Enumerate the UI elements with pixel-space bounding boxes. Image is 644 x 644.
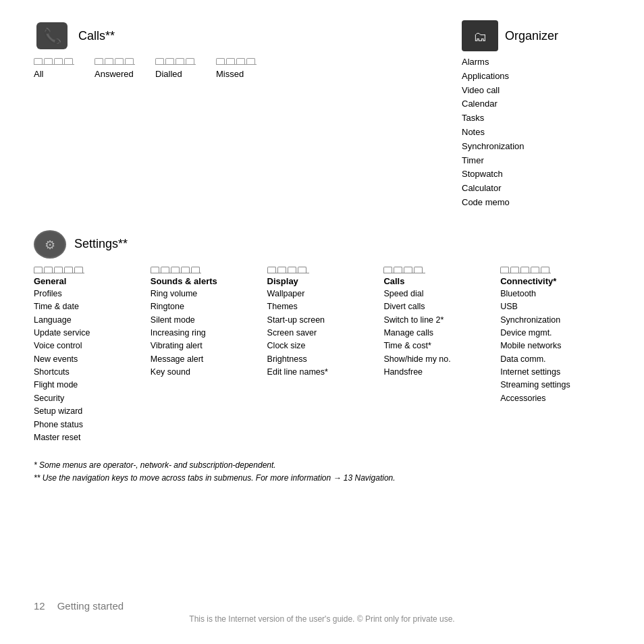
sounds-item-ringtone[interactable]: Ringtone — [151, 300, 261, 313]
page-number-line: 12 Getting started — [34, 600, 610, 612]
display-item-startupscreen[interactable]: Start-up screen — [267, 314, 377, 327]
tab-icon-dialled — [155, 58, 196, 65]
svg-text:📞: 📞 — [43, 27, 62, 45]
tab-icon-calls — [383, 267, 493, 273]
general-header: General — [34, 276, 144, 286]
calls-col-header: Calls — [383, 276, 493, 286]
calls-tab-all[interactable]: All — [34, 58, 74, 79]
display-item-wallpaper[interactable]: Wallpaper — [267, 288, 377, 300]
org-item-stopwatch[interactable]: Stopwatch — [462, 167, 610, 182]
calls-item-divertcalls[interactable]: Divert calls — [383, 300, 493, 313]
general-item-language[interactable]: Language — [34, 314, 144, 327]
conn-item-streamingsettings[interactable]: Streaming settings — [500, 379, 610, 392]
display-item-brightness[interactable]: Brightness — [267, 353, 377, 366]
page-number: 12 — [34, 600, 45, 612]
org-item-timer[interactable]: Timer — [462, 154, 610, 168]
tab-icon-missed — [216, 58, 257, 65]
organizer-title: Organizer — [505, 29, 558, 43]
calls-header: 📞 Calls** — [34, 20, 462, 51]
footnote-line2: ** Use the navigation keys to move acros… — [34, 472, 610, 485]
sounds-item-increasingring[interactable]: Increasing ring — [151, 327, 261, 340]
calls-item-managecalls[interactable]: Manage calls — [383, 327, 493, 340]
tab-icon-answered — [95, 58, 135, 65]
conn-item-datacomm[interactable]: Data comm. — [500, 353, 610, 366]
org-item-applications[interactable]: Applications — [462, 70, 610, 84]
display-item-screensaver[interactable]: Screen saver — [267, 327, 377, 340]
sounds-item-messagealert[interactable]: Message alert — [151, 353, 261, 366]
org-item-calculator[interactable]: Calculator — [462, 182, 610, 196]
org-item-videocall[interactable]: Video call — [462, 84, 610, 98]
general-item-flightmode[interactable]: Flight mode — [34, 379, 144, 392]
sounds-item-keysound[interactable]: Key sound — [151, 366, 261, 379]
conn-item-internetsettings[interactable]: Internet settings — [500, 366, 610, 379]
connectivity-header: Connectivity* — [500, 276, 610, 286]
general-item-timedate[interactable]: Time & date — [34, 300, 144, 313]
settings-icon-svg: ⚙ — [34, 231, 65, 258]
svg-text:⚙: ⚙ — [45, 238, 55, 252]
sounds-item-ringvolume[interactable]: Ring volume — [151, 288, 261, 300]
general-item-newevents[interactable]: New events — [34, 353, 144, 366]
settings-col-connectivity: Connectivity* Bluetooth USB Synchronizat… — [500, 267, 610, 445]
calls-tab-missed[interactable]: Missed — [216, 58, 257, 79]
tab-icon-connectivity — [500, 267, 610, 273]
settings-icon: ⚙ — [34, 230, 66, 259]
general-item-masterreset[interactable]: Master reset — [34, 431, 144, 444]
settings-col-general: General Profiles Time & date Language Up… — [34, 267, 151, 445]
organizer-header: 🗂 Organizer — [462, 20, 610, 51]
calls-icon: 📞 — [34, 20, 70, 51]
calls-tab-answered[interactable]: Answered — [95, 58, 135, 79]
calls-item-speeddial[interactable]: Speed dial — [383, 288, 493, 300]
calls-item-timecost[interactable]: Time & cost* — [383, 340, 493, 352]
settings-col-display: Display Wallpaper Themes Start-up screen… — [267, 267, 384, 445]
display-item-clocksize[interactable]: Clock size — [267, 340, 377, 352]
svg-text:🗂: 🗂 — [473, 29, 487, 44]
calls-tab-missed-label: Missed — [216, 69, 244, 79]
organizer-icon-svg: 🗂 — [463, 21, 497, 51]
calls-item-switchtoline2[interactable]: Switch to line 2* — [383, 314, 493, 327]
calls-item-showhide[interactable]: Show/hide my no. — [383, 353, 493, 366]
conn-item-devicemgmt[interactable]: Device mgmt. — [500, 327, 610, 340]
org-item-alarms[interactable]: Alarms — [462, 55, 610, 70]
org-item-notes[interactable]: Notes — [462, 126, 610, 140]
org-item-codememo[interactable]: Code memo — [462, 196, 610, 210]
settings-title: Settings** — [74, 237, 128, 251]
settings-section: ⚙ Settings** General Profiles Time & dat… — [34, 230, 610, 445]
page-section: Getting started — [57, 600, 124, 612]
general-item-shortcuts[interactable]: Shortcuts — [34, 366, 144, 379]
conn-item-accessories[interactable]: Accessories — [500, 392, 610, 405]
organizer-area: 🗂 Organizer Alarms Applications Video ca… — [462, 20, 610, 210]
tab-icon-sounds — [151, 267, 261, 273]
sounds-item-vibratingalert[interactable]: Vibrating alert — [151, 340, 261, 352]
tab-icon-all — [34, 58, 74, 65]
calls-tab-dialled[interactable]: Dialled — [155, 58, 196, 79]
conn-item-mobilenetworks[interactable]: Mobile networks — [500, 340, 610, 352]
org-item-tasks[interactable]: Tasks — [462, 111, 610, 126]
general-item-security[interactable]: Security — [34, 392, 144, 405]
settings-col-sounds: Sounds & alerts Ring volume Ringtone Sil… — [151, 267, 267, 445]
org-item-synchronization[interactable]: Synchronization — [462, 140, 610, 154]
org-item-calendar[interactable]: Calendar — [462, 97, 610, 111]
display-item-themes[interactable]: Themes — [267, 300, 377, 313]
calls-title: Calls** — [78, 29, 115, 43]
display-header: Display — [267, 276, 377, 286]
general-item-phonestatus[interactable]: Phone status — [34, 419, 144, 431]
calls-tabs: All Answered — [34, 58, 462, 79]
conn-item-usb[interactable]: USB — [500, 300, 610, 313]
footnotes: * Some menus are operator-, network- and… — [34, 459, 610, 485]
conn-item-bluetooth[interactable]: Bluetooth — [500, 288, 610, 300]
conn-item-synchronization[interactable]: Synchronization — [500, 314, 610, 327]
general-item-profiles[interactable]: Profiles — [34, 288, 144, 300]
display-item-editlinenames[interactable]: Edit line names* — [267, 366, 377, 379]
general-item-setupwizard[interactable]: Setup wizard — [34, 405, 144, 418]
top-section: 📞 Calls** All — [34, 20, 610, 210]
general-item-voicecontrol[interactable]: Voice control — [34, 340, 144, 352]
settings-col-calls: Calls Speed dial Divert calls Switch to … — [383, 267, 500, 445]
general-item-updateservice[interactable]: Update service — [34, 327, 144, 340]
organizer-icon: 🗂 — [462, 20, 498, 51]
calls-icon-svg: 📞 — [35, 21, 69, 51]
calls-item-handsfree[interactable]: Handsfree — [383, 366, 493, 379]
calls-tab-dialled-label: Dialled — [155, 69, 182, 79]
settings-header: ⚙ Settings** — [34, 230, 610, 259]
sounds-item-silentmode[interactable]: Silent mode — [151, 314, 261, 327]
calls-tab-answered-label: Answered — [95, 69, 134, 79]
